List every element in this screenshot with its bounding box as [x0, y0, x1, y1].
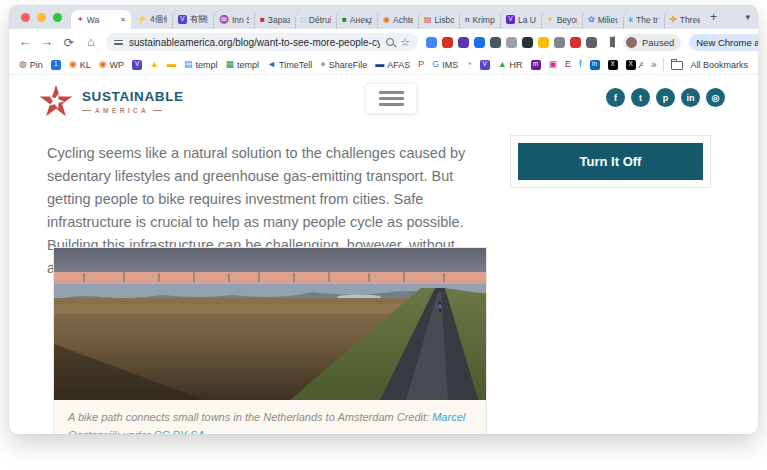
- site-logo[interactable]: SUSTAINABLE AMERICA: [39, 84, 184, 118]
- bookmark-label: ShareFile: [329, 60, 368, 70]
- all-bookmarks-button[interactable]: All Bookmarks: [690, 60, 748, 70]
- extension-pinwheel-icon[interactable]: [426, 37, 437, 48]
- extension-gray-target-icon[interactable]: [554, 37, 565, 48]
- bookmark-item[interactable]: 1: [51, 60, 61, 70]
- twitter-icon[interactable]: t: [631, 88, 650, 107]
- extension-dark-f-icon[interactable]: [490, 37, 501, 48]
- minimize-window-button[interactable]: [37, 13, 46, 22]
- browser-tab[interactable]: ♒Inn Se: [213, 10, 254, 29]
- browser-tab[interactable]: VLa UE: [500, 10, 541, 29]
- bookmark-label: WP: [110, 60, 125, 70]
- tab-title: 有關打: [190, 14, 208, 26]
- bookmark-item[interactable]: ▲: [150, 60, 159, 69]
- bookmark-item[interactable]: ▲HR: [498, 60, 523, 70]
- bookmark-favicon: ▬: [167, 60, 176, 69]
- extension-blue-share-icon[interactable]: [474, 37, 485, 48]
- browser-tab[interactable]: ✦Beyon: [541, 10, 582, 29]
- extension-purple-app-icon[interactable]: [458, 37, 469, 48]
- bookmark-item[interactable]: in: [590, 60, 600, 70]
- tab-title: Achter: [393, 15, 413, 25]
- menu-button[interactable]: [365, 83, 417, 114]
- bookmarks-overflow-icon[interactable]: »: [651, 59, 657, 70]
- bookmark-item[interactable]: ▦templ: [226, 60, 260, 70]
- bookmark-item[interactable]: ▬AFAS: [375, 60, 410, 70]
- tab-favicon: ✶: [77, 16, 84, 24]
- bookmark-item[interactable]: XAnalytics: [626, 60, 643, 70]
- browser-tab[interactable]: ✤Three: [664, 10, 705, 29]
- browser-tab[interactable]: nKrimpu: [459, 10, 500, 29]
- facebook-icon[interactable]: f: [606, 88, 625, 107]
- bookmark-item[interactable]: ◄TimeTell: [267, 60, 312, 70]
- bookmark-favicon: m: [531, 60, 541, 70]
- extension-gray-globe-icon[interactable]: [506, 37, 517, 48]
- bookmark-label: HR: [510, 60, 523, 70]
- bookmark-item[interactable]: ◉KL: [69, 60, 91, 70]
- bookmark-item[interactable]: V: [132, 60, 142, 70]
- bookmark-favicon: ◉: [69, 60, 77, 69]
- tab-title: Inn Se: [232, 15, 249, 25]
- tab-title: Wa: [87, 15, 117, 25]
- profile-paused-badge[interactable]: Paused: [623, 34, 681, 51]
- bookmark-item[interactable]: ▣: [549, 60, 558, 69]
- extension-red-adobe-icon[interactable]: [570, 37, 581, 48]
- tab-title: 4個修: [150, 14, 167, 26]
- bookmark-favicon: ▲: [150, 60, 159, 69]
- bookmark-favicon: E: [565, 60, 571, 69]
- browser-tab[interactable]: ■Зараз: [254, 10, 295, 29]
- pinterest-icon[interactable]: p: [656, 88, 675, 107]
- back-icon[interactable]: ←: [18, 35, 32, 49]
- bookmark-item[interactable]: V: [480, 60, 490, 70]
- bookmark-favicon: in: [590, 60, 600, 70]
- home-icon[interactable]: ⌂: [84, 35, 98, 49]
- bookmark-favicon: G: [432, 60, 439, 69]
- tab-favicon: ◉: [383, 16, 390, 24]
- bookmark-item[interactable]: P: [418, 60, 424, 69]
- site-settings-icon[interactable]: [114, 39, 123, 46]
- browser-window: ✶Wa✕⚡4個修V有關打♒Inn Se■Зараз□Détrui■Анекд◉A…: [9, 5, 758, 434]
- extension-red-badge-icon[interactable]: [442, 37, 453, 48]
- bookmark-item[interactable]: ◍Pin: [19, 60, 43, 70]
- browser-tab[interactable]: ✶Wa✕: [71, 10, 131, 29]
- bookmark-item[interactable]: ◉WP: [99, 60, 124, 70]
- extension-yellow-blue-icon[interactable]: [538, 37, 549, 48]
- browser-tab[interactable]: ⚡4個修: [131, 10, 172, 29]
- bookmark-item[interactable]: m: [531, 60, 541, 70]
- chrome-update-button[interactable]: New Chrome available ⋮: [689, 34, 758, 51]
- forward-icon[interactable]: →: [40, 35, 54, 49]
- browser-tab[interactable]: kThe tr: [623, 10, 664, 29]
- bookmarks-divider: [663, 58, 664, 72]
- browser-tab[interactable]: ◉Achter: [377, 10, 418, 29]
- bookmark-star-icon[interactable]: ☆: [400, 37, 410, 48]
- bookmark-item[interactable]: GIMS: [432, 60, 458, 70]
- tab-search-chevron-icon[interactable]: ▾: [745, 12, 750, 22]
- side-panel-icon[interactable]: [613, 36, 615, 48]
- extension-outline-clip-icon[interactable]: [586, 37, 597, 48]
- new-tab-button[interactable]: +: [705, 10, 722, 24]
- bookmark-item[interactable]: ◔: [466, 60, 471, 69]
- browser-tab[interactable]: ■Анекд: [336, 10, 377, 29]
- close-window-button[interactable]: [21, 13, 30, 22]
- extension-dark-notes-icon[interactable]: [522, 37, 533, 48]
- tab-title: Détrui: [309, 15, 331, 25]
- tab-close-icon[interactable]: ✕: [120, 16, 126, 24]
- bookmark-item[interactable]: ▤templ: [184, 60, 218, 70]
- zoom-level-icon[interactable]: [386, 38, 394, 46]
- browser-tab[interactable]: ✿Milieu: [582, 10, 623, 29]
- browser-tab[interactable]: V有關打: [172, 10, 213, 29]
- instagram-icon[interactable]: ◎: [706, 88, 725, 107]
- zoom-window-button[interactable]: [53, 13, 62, 22]
- url-text[interactable]: sustainableamerica.org/blog/want-to-see-…: [129, 37, 380, 48]
- address-bar[interactable]: sustainableamerica.org/blog/want-to-see-…: [106, 33, 418, 51]
- browser-tab[interactable]: ▤Lisboa: [418, 10, 459, 29]
- bookmark-item[interactable]: ▬: [167, 60, 176, 69]
- bookmark-item[interactable]: X: [608, 60, 618, 70]
- browser-tab[interactable]: □Détrui: [295, 10, 336, 29]
- license-link[interactable]: CC BY-SA: [154, 429, 205, 434]
- bookmark-item[interactable]: f: [579, 60, 582, 69]
- bookmark-item[interactable]: ●ShareFile: [320, 60, 367, 70]
- linkedin-icon[interactable]: in: [681, 88, 700, 107]
- bookmark-item[interactable]: E: [565, 60, 571, 69]
- reload-icon[interactable]: ⟳: [62, 35, 76, 50]
- turn-it-off-button[interactable]: Turn It Off: [518, 143, 703, 180]
- window-controls: [21, 5, 62, 29]
